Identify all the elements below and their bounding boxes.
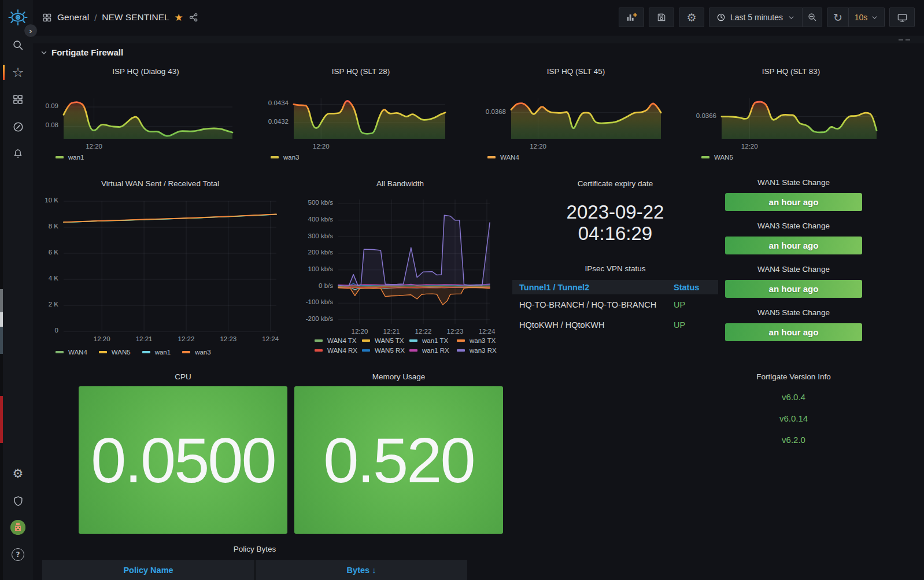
panel-title[interactable]: IPsec VPN status [512,264,718,273]
panel-title-wan3-state-change[interactable]: WAN3 State Change [725,221,862,232]
panel-title[interactable]: Certificate expiry date [512,179,718,188]
legend-item-wan3[interactable]: wan3 [182,349,211,356]
legend-item-wan5-rx[interactable]: WAN5 RX [362,347,409,354]
panel-title[interactable]: Fortigate Version Info [725,372,862,383]
user-avatar[interactable] [3,518,33,537]
starred-dashboards-icon[interactable]: ☆ [3,62,33,82]
column-header-policy-name[interactable]: Policy Name [42,560,256,580]
legend-item-wan1-tx[interactable]: wan1 TX [409,337,457,344]
legend-item-wan5[interactable]: WAN5 [99,349,131,356]
top-navbar: General / NEW SENTINEL ★ [33,0,924,35]
legend-label: wan3 RX [470,347,497,354]
time-range-picker[interactable]: Last 5 minutes [709,8,803,27]
legend-item-wan1[interactable]: wan1 [56,154,84,161]
legend-item-wan3-tx[interactable]: wan3 TX [457,337,504,344]
panel-group-wan-state-changes: WAN1 State Changean hour agoWAN3 State C… [725,178,862,352]
legend-item-wan3-rx[interactable]: wan3 RX [457,347,504,354]
chart-all-bandwidth[interactable] [338,200,490,324]
y-axis-label: 0 [55,327,58,334]
legend-item-wan1[interactable]: wan1 [142,349,171,356]
panel-title[interactable]: ISP HQ (SLT 83) [683,67,899,76]
legend-item-wan3[interactable]: wan3 [271,154,300,161]
legend-color-dash [409,339,417,342]
panel-title[interactable]: All Bandwidth [289,179,511,188]
chart-isp-hq-dialog-43[interactable] [64,98,232,139]
column-header-bytes[interactable]: Bytes ↓ [256,560,467,580]
panel-title-wan1-state-change[interactable]: WAN1 State Change [725,178,862,189]
share-icon[interactable] [189,12,199,23]
scrolled-panel-edge [33,36,924,43]
kiosk-mode-button[interactable] [889,8,915,27]
chart-virtual-wan-total[interactable] [64,201,276,331]
state-change-value: an hour ago [725,237,862,254]
panel-fortigate-version-info: Fortigate Version Info v6.0.4v6.0.14v6.2… [725,372,862,450]
favorite-star-icon[interactable]: ★ [175,12,183,23]
panel-menu-dots [899,39,903,40]
refresh-button[interactable]: ↻ [827,8,849,27]
breadcrumb-folder[interactable]: General [57,12,89,23]
chart-isp-hq-slt-83[interactable] [722,98,877,139]
panel-title[interactable]: ISP HQ (SLT 28) [253,67,468,76]
chart-legend: WAN4 TXWAN5 TXwan1 TXwan3 TXWAN4 RXWAN5 … [315,337,504,354]
zoom-out-button[interactable] [803,8,822,27]
legend-color-dash [362,339,370,342]
sidebar: ☆ ⚙ [3,0,33,580]
settings-gear-icon[interactable]: ⚙ [3,464,33,483]
column-header-status[interactable]: Status [674,283,718,292]
dashboard-settings-button[interactable]: ⚙ [679,8,704,27]
vpn-table-header: Tunnel1 / Tunnel2 Status [512,280,718,294]
panel-title-wan5-state-change[interactable]: WAN5 State Change [725,308,862,319]
panel-cpu-stat: 0.0500 [79,386,287,534]
row-fortigate-firewall[interactable]: Fortigate Firewall [40,47,123,57]
y-axis-label: 0 b/s [319,282,333,289]
panel-title[interactable]: ISP HQ (Dialog 43) [38,67,253,76]
add-panel-button[interactable] [619,8,644,27]
panel-title-wan4-state-change[interactable]: WAN4 State Change [725,265,862,275]
refresh-interval-picker[interactable]: 10s [849,8,885,27]
certificate-expiry-time: 04:16:29 [512,223,718,244]
breadcrumb-dashboard-title[interactable]: NEW SENTINEL [102,12,169,23]
panel-title-cpu[interactable]: CPU [79,372,287,383]
legend-item-wan4-rx[interactable]: WAN4 RX [315,347,362,354]
legend-item-wan4[interactable]: WAN4 [487,154,519,161]
legend-label: WAN4 [68,349,87,356]
explore-compass-icon[interactable] [3,117,33,136]
state-change-value: an hour ago [725,323,862,341]
version-item: v6.0.4 [725,386,862,408]
help-icon[interactable]: ? [3,545,33,564]
legend-item-wan5[interactable]: WAN5 [701,154,733,161]
legend-item-wan4-tx[interactable]: WAN4 TX [315,337,362,344]
x-axis-label: 12:20 [301,143,341,150]
legend-item-wan1-rx[interactable]: wan1 RX [409,347,457,354]
chart-legend: WAN4 [487,154,531,161]
panel-isp-hq-dialog-43: ISP HQ (Dialog 43) wan1 0.090.0812:20 [38,62,253,173]
y-axis-label: 500 kb/s [308,199,333,206]
legend-item-wan4[interactable]: WAN4 [56,349,87,356]
grafana-dashboard: ☆ ⚙ [0,0,924,580]
vpn-table-row: HQtoKWH / HQtoKWHUP [512,315,718,335]
save-dashboard-button[interactable] [649,8,674,27]
panel-memory-stat: 0.520 [294,386,503,534]
column-header-tunnel[interactable]: Tunnel1 / Tunnel2 [512,283,674,292]
x-axis-label: 12:22 [166,335,206,342]
dashboards-icon[interactable] [3,90,33,109]
row-title: Fortigate Firewall [51,47,123,57]
legend-label: wan3 [283,154,300,161]
alerting-bell-icon[interactable] [3,144,33,164]
refresh-group: ↻ 10s [827,8,885,27]
legend-item-wan5-tx[interactable]: WAN5 TX [362,337,409,344]
panel-title[interactable]: Virtual WAN Sent / Received Total [36,179,284,188]
sidebar-expand-button[interactable]: › [24,24,38,38]
search-icon[interactable] [3,35,33,55]
y-axis-label: 8 K [49,223,58,230]
chart-isp-hq-slt-28[interactable] [294,98,445,139]
panel-title[interactable]: ISP HQ (SLT 45) [468,67,683,76]
panel-title-memory[interactable]: Memory Usage [294,372,503,383]
y-axis-label: 0.0434 [268,99,289,106]
chart-isp-hq-slt-45[interactable] [511,98,661,139]
chart-legend: wan1 [56,154,96,161]
admin-shield-icon[interactable] [3,491,33,511]
legend-label: WAN4 TX [327,337,356,344]
panel-title-policy-bytes[interactable]: Policy Bytes [42,545,467,553]
panel-all-bandwidth: All Bandwidth WAN4 TXWAN5 TXwan1 TXwan3 … [289,173,511,364]
